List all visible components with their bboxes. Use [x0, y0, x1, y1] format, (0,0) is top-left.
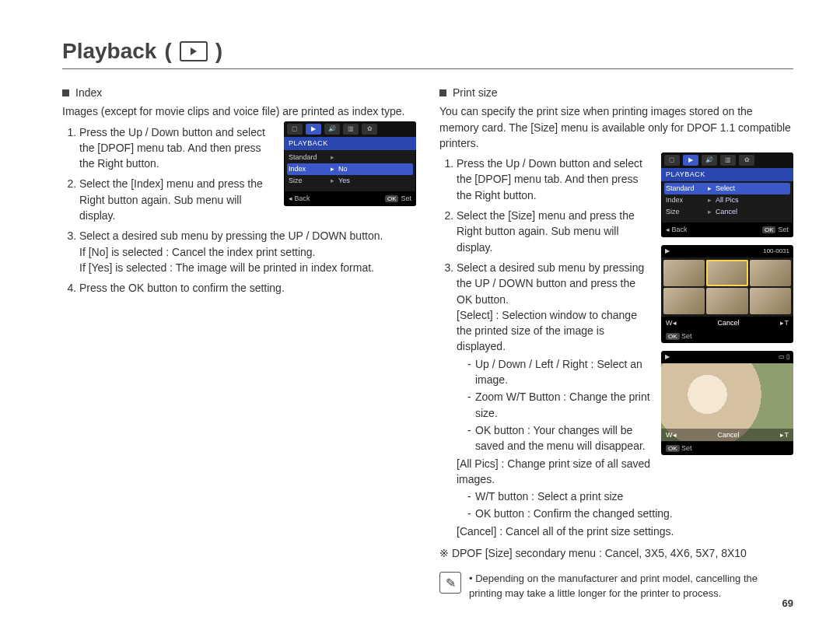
tab-play-icon: ▶ — [683, 155, 698, 166]
tab-icon: ▢ — [664, 155, 680, 166]
step3-no: If [No] is selected : Cancel the index p… — [79, 246, 316, 258]
lcd-screenshot-index: ▢ ▶ 🔊 ▥ ✿ PLAYBACK Standard▸ Index▸No Si… — [284, 121, 416, 206]
lcd-header: PLAYBACK — [661, 168, 793, 181]
all-sublist: W/T button : Select a print size OK butt… — [457, 489, 793, 522]
section-heading-printsize: Print size — [439, 85, 793, 100]
lcd-footer: ◂ Back OKSet — [661, 222, 793, 237]
sub-item: Zoom W/T Button : Change the print size. — [467, 389, 793, 421]
thumb-top: ▶100-0031 — [661, 245, 793, 257]
lcd-rows: Standard▸Select Index▸All Pics Size▸Canc… — [661, 181, 793, 222]
sub-item: OK button : Confirm the changed setting. — [467, 506, 793, 521]
lcd-header: PLAYBACK — [284, 137, 416, 150]
lcd-row: Standard▸ — [287, 152, 413, 163]
zoom-w: W◂ — [666, 318, 677, 328]
thumb-cell — [706, 288, 747, 314]
lcd-rows: Standard▸ Index▸No Size▸Yes — [284, 150, 416, 191]
sub-item: OK button : Your changes will be saved a… — [467, 422, 793, 454]
lcd-footer: ◂ Back OKSet — [284, 191, 416, 206]
printsize-intro: You can specify the print size when prin… — [439, 103, 793, 151]
reference-mark-icon: ※ — [439, 547, 452, 559]
opt-select: [Select] : Selection window to change th… — [457, 309, 637, 353]
title-text: Playback — [62, 39, 156, 64]
sub-item: W/T button : Select a print size — [467, 489, 793, 504]
lcd-back: ◂ Back — [289, 194, 310, 204]
lcd-set: OKSet — [385, 194, 411, 204]
lcd-row: Standard▸Select — [664, 183, 790, 194]
note-box: ✎ • Depending on the manufacturer and pr… — [439, 572, 793, 601]
tab-gear-icon: ✿ — [739, 155, 754, 166]
step3-yes: If [Yes] is selected : The image will be… — [79, 261, 374, 274]
index-intro: Images (except for movie clips and voice… — [62, 103, 416, 119]
thumb-grid — [661, 257, 793, 317]
title-bar: Playback ( ) — [62, 39, 793, 69]
tab-display-icon: ▥ — [720, 155, 736, 166]
thumb-cell — [663, 288, 705, 314]
step: Press the OK button to confirm the setti… — [79, 280, 416, 296]
note-text: • Depending on the manufacturer and prin… — [469, 572, 793, 601]
section-heading-index: Index — [62, 85, 416, 100]
lcd-row: Size▸Cancel — [664, 206, 790, 218]
left-column: Index Images (except for movie clips and… — [62, 83, 416, 601]
manual-page: Playback ( ) Index Images (except for mo… — [0, 0, 840, 625]
title-paren-open: ( — [164, 39, 171, 64]
title-paren-close: ) — [215, 39, 222, 64]
select-sublist: Up / Down / Left / Right : Select an ima… — [457, 356, 793, 454]
tab-icon: ▢ — [287, 124, 303, 135]
thumb-cell-selected — [706, 260, 747, 286]
lcd-screenshot-size: ▢ ▶ 🔊 ▥ ✿ PLAYBACK Standard▸Select Index… — [661, 152, 793, 237]
playback-icon — [180, 41, 208, 61]
lcd-back: ◂ Back — [666, 225, 688, 235]
thumb-cell — [663, 260, 705, 286]
heading-text: Index — [75, 85, 102, 100]
sub-item: Up / Down / Left / Right : Select an ima… — [467, 356, 793, 388]
tab-gear-icon: ✿ — [362, 124, 377, 135]
page-title: Playback ( ) — [62, 39, 793, 64]
secondary-menu-line: ※ DPOF [Size] secondary menu : Cancel, 3… — [439, 545, 793, 561]
square-bullet-icon — [62, 89, 69, 96]
tab-sound-icon: 🔊 — [324, 124, 340, 135]
thumb-cell — [750, 288, 791, 314]
lcd-tabs: ▢ ▶ 🔊 ▥ ✿ — [284, 121, 416, 137]
page-number: 69 — [782, 597, 793, 609]
step: Select a desired sub menu by pressing th… — [79, 228, 416, 275]
opt-allpics: [All Pics] : Change print size of all sa… — [457, 457, 650, 485]
thumb-cell — [750, 260, 791, 286]
note-icon: ✎ — [439, 572, 461, 594]
square-bullet-icon — [439, 89, 446, 96]
opt-cancel: [Cancel] : Cancel all of the print size … — [457, 525, 674, 538]
lcd-set: OKSet — [762, 225, 789, 235]
tab-play-icon: ▶ — [306, 124, 321, 135]
right-column: Print size You can specify the print siz… — [439, 83, 793, 601]
tab-display-icon: ▥ — [343, 124, 359, 135]
thumb-bar: W◂ Cancel ▸T — [661, 317, 793, 330]
thumb-mid: Cancel — [717, 318, 739, 328]
lcd-tabs: ▢ ▶ 🔊 ▥ ✿ — [661, 152, 793, 168]
lcd-screenshot-thumbnails: ▶100-0031 W◂ Cancel ▸T OK Set — [661, 245, 793, 343]
heading-text: Print size — [453, 85, 498, 100]
tab-sound-icon: 🔊 — [702, 155, 717, 166]
lcd-row: Size▸Yes — [287, 175, 413, 187]
lcd-row: Index▸No — [287, 163, 413, 175]
zoom-t: ▸T — [780, 318, 789, 328]
thumb-setbar: OK Set — [661, 330, 793, 343]
lcd-row: Index▸All Pics — [664, 194, 790, 206]
